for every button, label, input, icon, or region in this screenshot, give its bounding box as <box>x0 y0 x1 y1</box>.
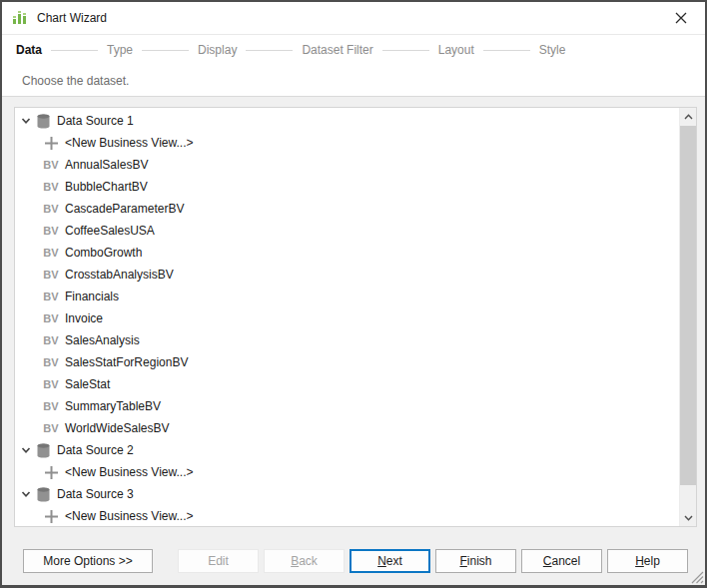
business-view-icon: BV <box>43 269 59 281</box>
business-view-icon: BV <box>43 378 59 390</box>
tree-item-financials[interactable]: BVFinancials <box>15 286 678 307</box>
scrollbar-thumb[interactable] <box>680 126 696 485</box>
help-button[interactable]: Help <box>607 549 688 573</box>
footer-buttons: EditBackNextFinishCancelHelp <box>173 549 688 573</box>
tree-item-label: CascadeParameterBV <box>65 202 184 216</box>
chevron-down-icon[interactable] <box>21 117 35 125</box>
tree-item-salestat[interactable]: BVSaleStat <box>15 373 678 395</box>
step-display[interactable]: Display <box>198 43 237 57</box>
business-view-icon: BV <box>43 400 59 412</box>
tree-item-label: BubbleChartBV <box>65 180 148 194</box>
tree-item-data-source-1[interactable]: Data Source 1 <box>15 110 678 132</box>
plus-icon <box>43 137 59 150</box>
step-type[interactable]: Type <box>107 43 133 57</box>
business-view-icon: BV <box>43 312 59 324</box>
scroll-down-button[interactable] <box>680 509 696 526</box>
tree-item-label: CoffeeSalesUSA <box>65 224 155 238</box>
content-area: Data Source 1<New Business View...>BVAnn… <box>2 97 705 585</box>
title-bar: Chart Wizard <box>2 2 705 35</box>
tree-item-label: <New Business View...> <box>65 465 194 479</box>
tree-item-invoice[interactable]: BVInvoice <box>15 307 678 329</box>
step-dataset-filter[interactable]: Dataset Filter <box>302 43 372 57</box>
business-view-icon: BV <box>43 356 59 368</box>
next-button[interactable]: Next <box>350 549 430 573</box>
database-icon <box>35 487 51 502</box>
business-view-icon: BV <box>43 422 59 434</box>
resize-grip[interactable] <box>690 570 704 584</box>
window-title: Chart Wizard <box>37 11 107 25</box>
tree-item-data-source-2[interactable]: Data Source 2 <box>15 439 678 461</box>
business-view-icon: BV <box>43 159 59 171</box>
tree-item-annualsalesbv[interactable]: BVAnnualSalesBV <box>15 154 678 176</box>
cancel-button[interactable]: Cancel <box>521 549 602 573</box>
business-view-icon: BV <box>43 203 59 215</box>
step-connector-line <box>382 50 429 51</box>
wizard-subtitle: Choose the dataset. <box>22 74 129 88</box>
tree-item-label: ComboGrowth <box>65 246 142 260</box>
step-connector-line <box>51 50 98 51</box>
footer-bar: More Options >> EditBackNextFinishCancel… <box>2 549 705 573</box>
step-connector-line <box>142 50 189 51</box>
business-view-icon: BV <box>43 181 59 193</box>
business-view-icon: BV <box>43 247 59 259</box>
tree-item-label: <New Business View...> <box>65 509 194 523</box>
step-connector-line <box>246 50 293 51</box>
dataset-tree: Data Source 1<New Business View...>BVAnn… <box>15 110 678 527</box>
chevron-up-icon <box>684 114 693 120</box>
chevron-down-icon[interactable] <box>21 446 35 454</box>
tree-item-label: SalesAnalysis <box>65 333 140 347</box>
tree-item-combogrowth[interactable]: BVComboGrowth <box>15 242 678 264</box>
back-button[interactable]: Back <box>264 549 345 573</box>
tree-item-new-business-view[interactable]: <New Business View...> <box>15 132 678 154</box>
business-view-icon: BV <box>43 225 59 237</box>
tree-item-bubblechartbv[interactable]: BVBubbleChartBV <box>15 176 678 198</box>
scroll-up-button[interactable] <box>680 108 696 125</box>
step-style[interactable]: Style <box>539 43 566 57</box>
tree-item-coffeesalesusa[interactable]: BVCoffeeSalesUSA <box>15 220 678 242</box>
plus-icon <box>43 466 59 479</box>
tree-item-salesstatforregionbv[interactable]: BVSalesStatForRegionBV <box>15 351 678 373</box>
chart-wizard-dialog: Chart Wizard DataTypeDisplayDataset Filt… <box>0 0 707 588</box>
chart-bars-icon <box>12 10 28 26</box>
tree-item-label: Data Source 3 <box>57 487 134 501</box>
tree-item-new-business-view[interactable]: <New Business View...> <box>15 461 678 483</box>
vertical-scrollbar[interactable] <box>679 108 696 526</box>
tree-item-label: AnnualSalesBV <box>65 158 148 172</box>
more-options-button[interactable]: More Options >> <box>23 549 153 573</box>
tree-item-salesanalysis[interactable]: BVSalesAnalysis <box>15 329 678 351</box>
tree-item-label: Invoice <box>65 311 103 325</box>
tree-item-label: SalesStatForRegionBV <box>65 355 188 369</box>
wizard-steps: DataTypeDisplayDataset FilterLayoutStyle <box>2 35 705 65</box>
tree-item-label: WorldWideSalesBV <box>65 421 169 435</box>
step-data[interactable]: Data <box>16 43 42 57</box>
tree-item-summarytablebv[interactable]: BVSummaryTableBV <box>15 395 678 417</box>
tree-item-label: SaleStat <box>65 377 110 391</box>
tree-item-cascadeparameterbv[interactable]: BVCascadeParameterBV <box>15 198 678 220</box>
edit-button[interactable]: Edit <box>178 549 259 573</box>
subtitle-row: Choose the dataset. <box>2 65 705 97</box>
tree-item-worldwidesalesbv[interactable]: BVWorldWideSalesBV <box>15 417 678 439</box>
tree-item-label: <New Business View...> <box>65 136 194 150</box>
tree-item-label: Data Source 2 <box>57 443 134 457</box>
business-view-icon: BV <box>43 291 59 302</box>
database-icon <box>35 114 51 129</box>
plus-icon <box>43 510 59 523</box>
footer-spacer <box>153 549 173 573</box>
tree-item-data-source-3[interactable]: Data Source 3 <box>15 483 678 505</box>
database-icon <box>35 443 51 458</box>
tree-item-label: SummaryTableBV <box>65 399 161 413</box>
tree-item-label: Financials <box>65 290 119 303</box>
chevron-down-icon[interactable] <box>21 490 35 498</box>
close-icon <box>675 12 687 24</box>
close-button[interactable] <box>667 4 695 32</box>
step-connector-line <box>483 50 530 51</box>
step-layout[interactable]: Layout <box>438 43 474 57</box>
chevron-down-icon <box>684 515 693 521</box>
dataset-tree-panel: Data Source 1<New Business View...>BVAnn… <box>14 107 697 527</box>
tree-item-new-business-view[interactable]: <New Business View...> <box>15 505 678 527</box>
tree-item-label: CrosstabAnalysisBV <box>65 268 174 282</box>
finish-button[interactable]: Finish <box>435 549 516 573</box>
tree-item-crosstabanalysisbv[interactable]: BVCrosstabAnalysisBV <box>15 264 678 286</box>
tree-item-label: Data Source 1 <box>57 114 134 128</box>
business-view-icon: BV <box>43 334 59 346</box>
